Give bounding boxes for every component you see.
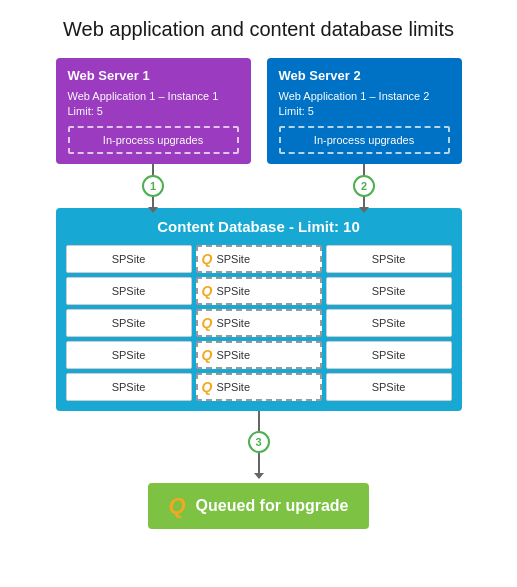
spsite-cell: SPSite: [66, 309, 192, 337]
arrow-row: 1 2: [56, 164, 462, 208]
web-server-2-box: Web Server 2 Web Application 1 – Instanc…: [267, 58, 462, 164]
spsite-cell: SPSite: [326, 373, 452, 401]
web-server-2-title: Web Server 2: [279, 68, 450, 83]
spsite-col-middle: Q SPSite Q SPSite Q SPSite Q SPSite Q SP…: [196, 245, 322, 401]
content-db-title: Content Database - Limit: 10: [66, 218, 452, 235]
queued-label: Queued for upgrade: [196, 497, 349, 515]
web-server-1-title: Web Server 1: [68, 68, 239, 83]
spsite-cell: SPSite: [66, 341, 192, 369]
q-icon: Q: [202, 251, 213, 267]
spsite-cell-queue: Q SPSite: [196, 373, 322, 401]
web-server-1-box: Web Server 1 Web Application 1 – Instanc…: [56, 58, 251, 164]
spsite-cell-queue: Q SPSite: [196, 309, 322, 337]
web-server-2-instance: Web Application 1 – Instance 2 Limit: 5: [279, 89, 450, 120]
spsite-cell: SPSite: [326, 309, 452, 337]
web-server-1-in-process: In-process upgrades: [68, 126, 239, 154]
spsite-cell-queue: Q SPSite: [196, 341, 322, 369]
web-server-2-in-process: In-process upgrades: [279, 126, 450, 154]
page-title: Web application and content database lim…: [63, 16, 454, 42]
web-server-1-instance: Web Application 1 – Instance 1 Limit: 5: [68, 89, 239, 120]
spsite-col-right: SPSite SPSite SPSite SPSite SPSite: [326, 245, 452, 401]
queued-q-icon: Q: [168, 493, 185, 519]
q-icon: Q: [202, 347, 213, 363]
badge-2: 2: [353, 175, 375, 197]
badge-3: 3: [248, 431, 270, 453]
q-icon: Q: [202, 315, 213, 331]
queued-box: Q Queued for upgrade: [148, 483, 368, 529]
arrow-col-1: 1: [56, 164, 251, 208]
spsite-col-left: SPSite SPSite SPSite SPSite SPSite: [66, 245, 192, 401]
spsite-cell-queue: Q SPSite: [196, 245, 322, 273]
spsite-cell: SPSite: [66, 277, 192, 305]
spsite-cell: SPSite: [326, 245, 452, 273]
web-servers-row: Web Server 1 Web Application 1 – Instanc…: [16, 58, 501, 164]
q-icon: Q: [202, 283, 213, 299]
spsite-cell: SPSite: [326, 341, 452, 369]
content-db-area: Content Database - Limit: 10 SPSite SPSi…: [56, 208, 462, 411]
bottom-arrow-area: 3: [248, 411, 270, 479]
badge-1: 1: [142, 175, 164, 197]
bottom-line-1: [258, 411, 260, 431]
spsite-grid: SPSite SPSite SPSite SPSite SPSite Q SPS…: [66, 245, 452, 401]
spsite-cell: SPSite: [66, 373, 192, 401]
bottom-line-2: [258, 453, 260, 473]
spsite-cell: SPSite: [66, 245, 192, 273]
spsite-cell-queue: Q SPSite: [196, 277, 322, 305]
bottom-arrow-head: [254, 473, 264, 479]
q-icon: Q: [202, 379, 213, 395]
spsite-cell: SPSite: [326, 277, 452, 305]
arrow-col-2: 2: [267, 164, 462, 208]
